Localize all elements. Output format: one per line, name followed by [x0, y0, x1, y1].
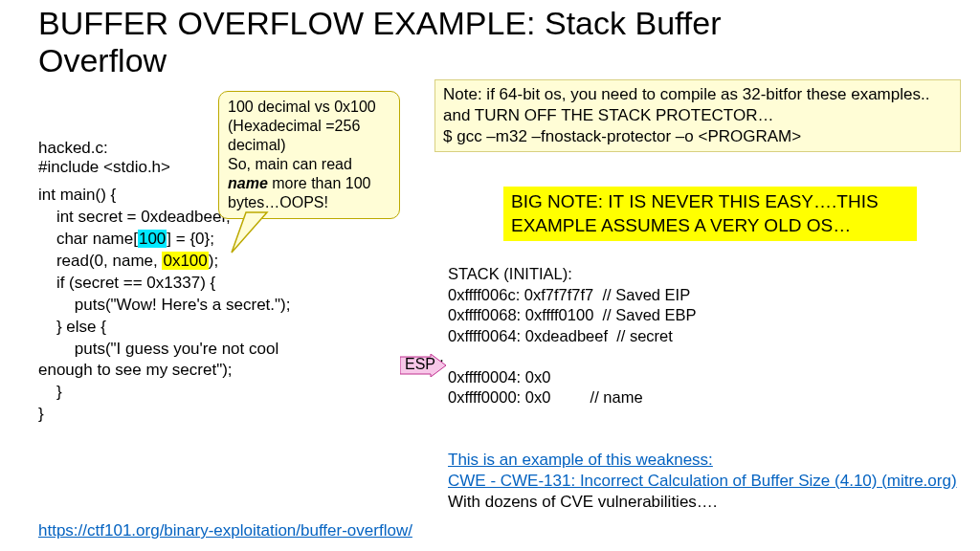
note-big: BIG NOTE: IT IS NEVER THIS EASY….THIS EX… — [503, 187, 917, 241]
cwe-reference: This is an example of this weakness: CWE… — [448, 450, 957, 513]
stack-layout: STACK (INITIAL): 0xffff006c: 0xf7f7f7f7 … — [448, 244, 697, 408]
note-compile: Note: if 64-bit os, you need to compile … — [434, 79, 961, 152]
cwe-link[interactable]: CWE - CWE-131: Incorrect Calculation of … — [448, 472, 957, 490]
esp-label: ESP — [405, 356, 435, 373]
footer-link[interactable]: https://ctf101.org/binary-exploitation/b… — [38, 521, 412, 540]
cwe-intro-link[interactable]: This is an example of this weakness: — [448, 451, 713, 469]
highlight-size: 100 — [138, 230, 167, 248]
highlight-hexsize: 0x100 — [162, 252, 208, 270]
page-title: BUFFER OVERFLOW EXAMPLE: Stack Buffer Ov… — [38, 5, 804, 79]
callout-bubble: 100 decimal vs 0x100 (Hexadecimal =256 d… — [218, 91, 400, 219]
